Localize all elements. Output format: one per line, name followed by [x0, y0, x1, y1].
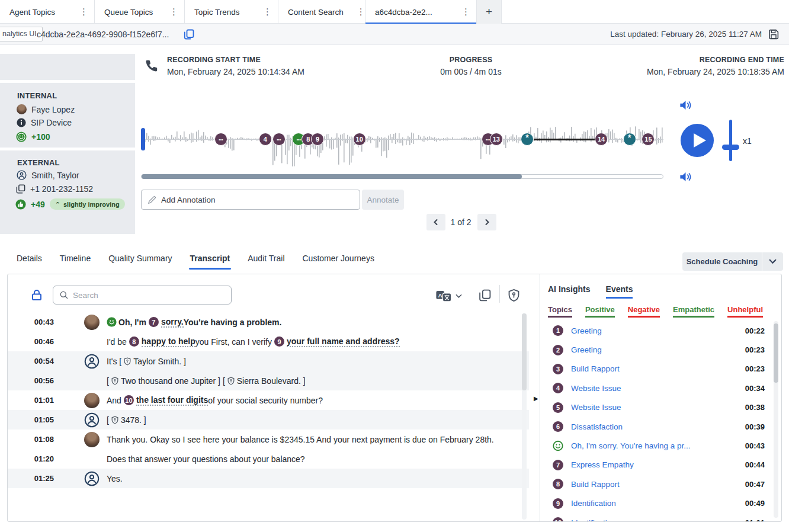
event-label[interactable]: Greeting	[571, 326, 739, 335]
lock-icon[interactable]	[30, 289, 43, 302]
transcript-scrollbar-thumb[interactable]	[522, 313, 527, 390]
kebab-menu-icon[interactable]: ⋮	[66, 7, 88, 17]
kebab-menu-icon[interactable]: ⋮	[156, 7, 178, 17]
transcript-row[interactable]: 00:46I'd be 8happy to help you First, ca…	[8, 332, 529, 351]
topic-badge[interactable]: 7	[149, 317, 159, 327]
workspace-tab-agent-topics[interactable]: Agent Topics⋮	[0, 0, 95, 24]
tab-details[interactable]: Details	[17, 254, 42, 270]
play-button[interactable]	[680, 123, 714, 158]
annotate-button[interactable]: Annotate	[362, 190, 404, 210]
tab-customer-journeys[interactable]: Customer Journeys	[303, 254, 374, 270]
event-label[interactable]: Oh, I'm sorry. You're having a pr...	[571, 441, 739, 450]
transcript-row[interactable]: 01:20Does that answer your questions abo…	[8, 449, 529, 469]
collapse-panel-handle[interactable]: ▶	[534, 395, 538, 402]
event-label[interactable]: Express Empathy	[571, 460, 739, 469]
save-icon[interactable]	[768, 28, 780, 40]
annotation-input[interactable]	[161, 196, 354, 204]
speed-slider-handle[interactable]	[722, 145, 739, 150]
add-tab-button[interactable]: +	[477, 0, 502, 24]
transcript-row[interactable]: 01:05[ 3478. ]	[8, 410, 529, 430]
tab-events[interactable]: Events	[606, 284, 633, 299]
kebab-menu-icon[interactable]: ⋮	[448, 7, 470, 17]
search-input[interactable]	[73, 291, 225, 300]
privacy-shield-icon[interactable]	[507, 289, 520, 302]
tab-audit-trail[interactable]: Audit Trail	[248, 254, 284, 270]
event-label[interactable]: Build Rapport	[571, 364, 739, 373]
event-label[interactable]: Website Issue	[571, 384, 739, 393]
transcript-row[interactable]: 01:01And 10the last four digits of your …	[8, 390, 529, 410]
transcript-row[interactable]: 00:56[ Two thousand one Jupiter ] [ Sier…	[8, 371, 529, 390]
waveform-marker-14[interactable]: 14	[595, 133, 608, 146]
copy-phone-icon[interactable]	[16, 184, 25, 194]
event-label[interactable]: Identification	[571, 518, 739, 521]
filter-empathetic[interactable]: Empathetic	[673, 305, 714, 318]
workspace-tab-a6c4dcba-2e2-[interactable]: a6c4dcba-2e2...⋮	[365, 0, 477, 24]
transcript-row[interactable]: 00:43Oh, I'm 7sorry. You're having a pro…	[8, 312, 529, 332]
filter-negative[interactable]: Negative	[628, 305, 660, 318]
event-item[interactable]: 10Identification01:01	[540, 513, 782, 521]
transcript-row[interactable]: 01:08Thank you. Okay so I see here your …	[8, 430, 529, 449]
waveform-marker-15[interactable]: 15	[642, 133, 655, 146]
event-item[interactable]: 2Greeting00:23	[540, 340, 782, 359]
tab-timeline[interactable]: Timeline	[60, 254, 91, 270]
tab-transcript[interactable]: Transcript	[190, 254, 230, 270]
event-item[interactable]: 1Greeting00:22	[540, 321, 782, 340]
waveform-scrollbar-thumb[interactable]	[142, 174, 522, 179]
topic-badge[interactable]: 8	[129, 336, 139, 347]
waveform-marker-4[interactable]: 4	[259, 133, 272, 146]
volume-icon-internal[interactable]	[679, 99, 692, 111]
workspace-tab-content-search[interactable]: Content Search⋮	[278, 0, 365, 24]
workspace-tab-topic-trends[interactable]: Topic Trends⋮	[185, 0, 278, 24]
event-label[interactable]: Identification	[571, 499, 739, 508]
topic-badge[interactable]: 9	[274, 336, 284, 347]
event-label[interactable]: Website Issue	[571, 403, 739, 412]
chevron-down-icon[interactable]	[762, 259, 783, 264]
waveform-scrollbar[interactable]	[141, 174, 663, 179]
speed-slider[interactable]	[729, 120, 732, 161]
volume-icon-external[interactable]	[679, 171, 692, 182]
tab-quality-summary[interactable]: Quality Summary	[108, 254, 172, 270]
copy-icon[interactable]	[183, 28, 195, 40]
waveform-marker-9[interactable]: 9	[311, 133, 324, 146]
event-item[interactable]: 6Dissatisfaction00:39	[540, 417, 782, 436]
translate-icon[interactable]: A	[435, 290, 463, 302]
event-label[interactable]: Build Rapport	[571, 480, 739, 489]
event-item[interactable]: Oh, I'm sorry. You're having a pr...00:4…	[540, 436, 782, 455]
transcript-panel: A 00:43Oh, I'm 7sorry. You're having a p…	[7, 274, 782, 522]
next-page-button[interactable]	[477, 214, 496, 230]
waveform-marker-10[interactable]: 10	[353, 133, 366, 146]
copy-transcript-icon[interactable]	[478, 289, 491, 302]
waveform-marker-pause[interactable]: *	[623, 133, 636, 146]
waveform-marker-topic[interactable]: •••	[272, 133, 286, 146]
kebab-menu-icon[interactable]: ⋮	[250, 7, 272, 17]
filter-positive[interactable]: Positive	[585, 305, 615, 318]
tab-ai-insights[interactable]: AI Insights	[548, 284, 591, 299]
event-item[interactable]: 7Express Empathy00:44	[540, 456, 782, 475]
event-item[interactable]: 9Identification00:49	[540, 494, 782, 513]
workspace-tab-queue-topics[interactable]: Queue Topics⋮	[95, 0, 185, 24]
waveform-marker-topic[interactable]: •••	[214, 133, 227, 146]
avatar-spacer	[84, 373, 100, 389]
utterance-text: Oh, I'm 7sorry. You're having a problem.	[107, 317, 281, 328]
positive-sentiment-icon	[553, 440, 563, 451]
filter-topics[interactable]: Topics	[548, 305, 572, 318]
waveform-marker-pause[interactable]: *	[521, 133, 534, 146]
audio-waveform[interactable]: •••4••••••8910•••13*14*15	[141, 111, 663, 168]
schedule-coaching-button[interactable]: Schedule Coaching	[682, 252, 783, 271]
event-item[interactable]: 5Website Issue00:38	[540, 398, 782, 417]
events-scrollbar-thumb[interactable]	[774, 323, 778, 383]
event-item[interactable]: 4Website Issue00:34	[540, 379, 782, 398]
transcript-row[interactable]: 01:25Yes.	[8, 469, 529, 488]
filter-unhelpful[interactable]: Unhelpful	[727, 305, 763, 318]
previous-page-button[interactable]	[426, 214, 445, 230]
topic-badge[interactable]: 10	[124, 395, 134, 405]
event-item[interactable]: 8Build Rapport00:47	[540, 475, 782, 493]
transcript-row[interactable]: 00:54It's [ Taylor Smith. ]	[8, 351, 529, 371]
kebab-menu-icon[interactable]: ⋮	[344, 7, 365, 17]
event-label[interactable]: Dissatisfaction	[571, 422, 739, 431]
playhead[interactable]	[141, 128, 145, 150]
waveform-marker-13[interactable]: 13	[490, 133, 503, 146]
event-item[interactable]: 3Build Rapport00:23	[540, 360, 782, 379]
redaction-shield-icon	[123, 357, 132, 366]
event-label[interactable]: Greeting	[571, 345, 739, 354]
